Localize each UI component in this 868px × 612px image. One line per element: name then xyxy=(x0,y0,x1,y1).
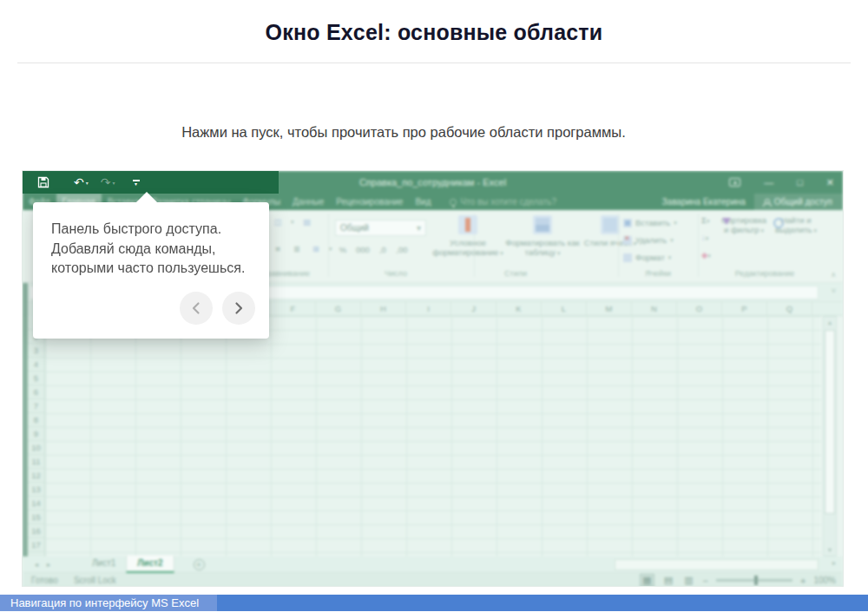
view-normal-icon: ▦ xyxy=(640,574,654,587)
view-page-layout-icon: ▤ xyxy=(662,575,674,586)
caret-icon: ▾ xyxy=(329,246,332,253)
progress-bar: Навигация по интерфейсу MS Excel xyxy=(0,595,868,611)
indent-increase-icon: ≣ xyxy=(291,244,303,253)
chevron-left-icon xyxy=(190,301,202,315)
autosum-icon: Σ▾ xyxy=(701,215,717,225)
cells-button-label: Удалить xyxy=(635,235,667,245)
cells-button-label: Вставить xyxy=(635,218,670,227)
user-name: Заварина Екатерина xyxy=(662,197,746,207)
instruction-text: Нажми на пуск, чтобы прочитать про рабоч… xyxy=(0,124,868,141)
group-label-styles: Стили xyxy=(477,269,555,278)
worksheet-grid: 123456789101112131415161718 ▴ ▾ xyxy=(23,316,843,556)
tabrow-right: Заварина Екатерина Общий доступ xyxy=(662,194,843,210)
cells-button: Формат▾ xyxy=(623,250,693,265)
redo-caret-icon: ▾ xyxy=(112,180,115,186)
ribbon-tab: Рецензирование xyxy=(330,194,409,210)
sheet-tab-bar: ◂▸ Лист1Лист2 + ▸ xyxy=(23,556,843,573)
caret-icon: ▾ xyxy=(670,237,674,244)
column-header: P xyxy=(722,302,767,316)
column-header: I xyxy=(406,302,451,316)
undo-icon: ↶ xyxy=(74,175,84,189)
column-header: K xyxy=(496,302,542,316)
row-header: 6 xyxy=(28,385,44,399)
caret-icon: ▾ xyxy=(417,220,421,235)
zoom-slider-thumb xyxy=(754,576,758,585)
styles-button-label: Условное форматирование xyxy=(431,238,505,258)
lightbulb-icon xyxy=(450,199,457,206)
scroll-right-icon: ▸ xyxy=(832,559,836,567)
number-format-dropdown: Общий ▾ xyxy=(335,220,426,236)
ribbon-display-options-icon xyxy=(729,178,740,187)
row-header: 14 xyxy=(28,497,44,510)
group-label-number: Число xyxy=(357,269,435,278)
save-icon xyxy=(37,176,49,188)
scroll-up-icon: ▴ xyxy=(824,317,836,328)
status-right: ▦ ▤ ▥ − + 100% xyxy=(640,574,836,587)
cells-button: Удалить▾ xyxy=(623,233,693,247)
status-scroll-lock: Scroll Lock xyxy=(74,576,116,585)
prev-button[interactable] xyxy=(180,292,213,325)
window-controls: — □ ✕ xyxy=(729,171,834,194)
caret-icon: ▾ xyxy=(668,254,672,261)
ribbon-collapse-icon: ∧ xyxy=(831,271,836,279)
column-header: O xyxy=(677,302,722,316)
ribbon-tab: Данные xyxy=(286,194,330,210)
cells-button-icon xyxy=(623,219,632,227)
styles-button: Форматировать как таблицу xyxy=(505,215,580,258)
group-label-cells: Ячейки xyxy=(620,269,696,278)
undo-caret-icon: ▾ xyxy=(86,180,89,186)
vertical-scrollbar: ▴ ▾ xyxy=(823,316,837,556)
editing-button: Сортировка и фильтр xyxy=(719,215,769,235)
tooltip-text: Панель быстрого доступа. Добавляй сюда к… xyxy=(51,220,255,279)
column-header: H xyxy=(361,302,406,316)
tooltip-arrow xyxy=(135,192,158,203)
zoom-in-icon: + xyxy=(800,576,806,586)
row-header: 16 xyxy=(28,524,44,538)
ribbon-tab: Вид xyxy=(409,194,437,210)
group-divider xyxy=(328,214,329,277)
chevron-right-icon xyxy=(233,301,245,315)
number-icon: % xyxy=(337,245,349,254)
editing-button: Найти и выделить xyxy=(771,215,821,235)
tell-me-label: Что вы хотите сделать? xyxy=(461,197,557,207)
column-header: G xyxy=(316,302,361,316)
alignment-icons-bottom: ≡ ≣ ⊞ ▾ xyxy=(272,244,332,253)
row-header: 11 xyxy=(28,455,44,469)
share-button: Общий доступ xyxy=(754,194,843,210)
row-header: 15 xyxy=(28,510,44,524)
row-header: 17 xyxy=(28,538,44,552)
column-header: L xyxy=(542,302,587,316)
customize-qat-icon: ▾ xyxy=(133,180,140,186)
scroll-down-icon: ▾ xyxy=(824,544,836,556)
next-button[interactable] xyxy=(222,292,255,325)
number-icon: ,0 xyxy=(377,245,389,254)
column-header: J xyxy=(451,302,496,316)
quick-access-toolbar-highlight: ↶ ▾ ↷ ▾ ▾ xyxy=(23,171,279,194)
alignment-icons-top: ◫ ▾ ▤ xyxy=(272,217,313,227)
grid-cells xyxy=(45,316,821,556)
status-left: Готово Scroll Lock xyxy=(31,576,116,585)
header-divider xyxy=(17,63,851,63)
indent-decrease-icon: ≡ xyxy=(272,244,284,253)
row-header: 9 xyxy=(28,427,44,441)
group-divider xyxy=(618,214,619,277)
redo-icon: ↷ xyxy=(101,175,111,189)
progress-label: Навигация по интерфейсу MS Excel xyxy=(10,596,199,609)
number-icons: %000,0,00 xyxy=(337,245,408,254)
cells-button: Вставить▾ xyxy=(623,215,693,230)
column-header: F xyxy=(271,302,316,316)
zoom-out-icon: − xyxy=(703,576,708,586)
number-format-value: Общий xyxy=(340,223,369,233)
page-title: Окно Excel: основные области xyxy=(0,19,868,45)
excel-screenshot: Справка_по_сотрудникам - Excel — □ ✕ Фай… xyxy=(22,170,844,587)
row-header: 7 xyxy=(28,399,44,413)
styles-button-icon xyxy=(601,215,620,234)
paint-icon: ◫ xyxy=(272,217,284,227)
number-icon: ,00 xyxy=(396,245,408,254)
sheet-tab: Лист2 xyxy=(126,556,174,573)
progress-fill: Навигация по интерфейсу MS Excel xyxy=(0,595,217,611)
row-header: 10 xyxy=(28,441,44,455)
person-icon xyxy=(763,199,770,206)
group-label-editing: Редактирование xyxy=(708,269,821,278)
merge-center-icon: ⊞ xyxy=(310,244,322,253)
